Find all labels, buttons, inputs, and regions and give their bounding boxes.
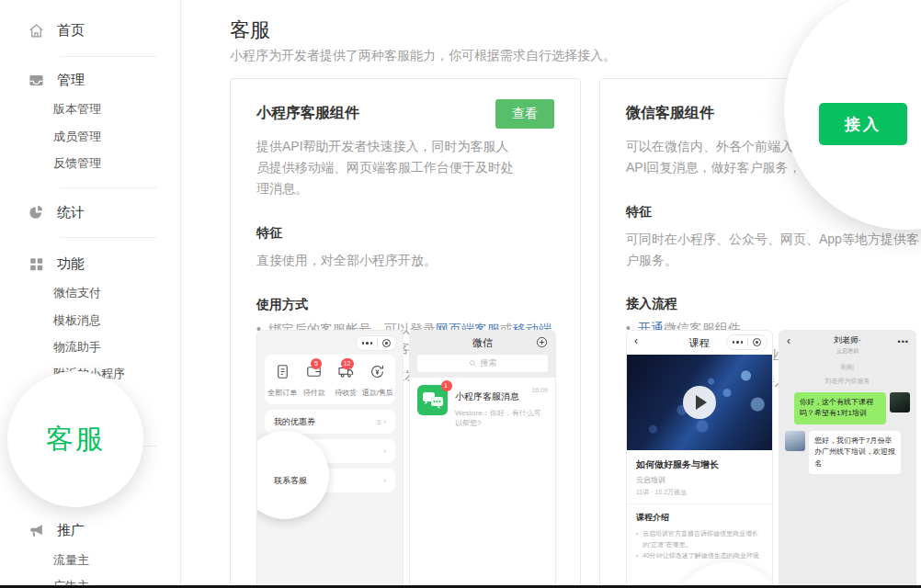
video-thumbnail [627,355,772,450]
message-bubble: 您好，我们将于7月份举办广州线下培训，欢迎报名 [809,431,901,474]
home-icon [28,22,45,40]
divider [60,56,157,57]
play-button-icon [683,386,716,419]
grid-label: 待付款 [299,388,331,398]
chat-time: 16:09 [531,387,548,393]
message-incoming: 您好，我们将于7月份举办广州线下培训，欢迎报名 [779,424,915,474]
course-intro: 课程介绍 云启培训官方直播告诉你微信里商业增长的“正道”在哪里。 40分钟让你迅… [627,504,772,569]
course-meta: 11讲 · 10.2万播放 [636,488,763,497]
row-value: 3 [377,418,381,426]
sidebar-item-wechat-pay[interactable]: 微信支付 [53,285,101,301]
course-title: 如何做好服务与增长 [636,458,763,471]
sidebar-item-label: 首页 [57,22,85,40]
capsule-menu [356,335,398,351]
intro-bullet: 云启培训官方直播告诉你微信里商业增长的“正道”在哪里。 [636,528,763,550]
wechat-header-zone: 微信 搜索 [410,331,555,378]
service-avatar: 1 [417,385,448,415]
wechat-title: 微信 [472,336,493,350]
unread-badge: 1 [441,380,452,391]
row-label: 联系客服 [274,475,307,487]
grid-icon [28,255,45,273]
sidebar-item-features[interactable]: 功能 [28,255,85,273]
sidebar-item-label: 功能 [57,255,85,273]
chat-contact-name: 刘老师· [779,334,915,346]
teacher-avatar [785,431,805,451]
app-window: 首页 管理 版本管理 成员管理 反馈管理 统计 功能 微信支付 模板消息 [0,0,921,588]
phone-mock-course: ‹ 课程 如何做好服务与增长 云启培训 11讲 · 10.2万播放 [626,330,773,588]
screenshot-row: 全部订单 5 待付款 12 待收货 退款/售后 [256,330,556,588]
sidebar-item-label: 推广 [57,522,85,539]
inbox-icon [28,72,45,89]
sidebar-item-promo[interactable]: 推广 [28,522,85,539]
sidebar-item-logistics[interactable]: 物流助手 [53,339,101,356]
grid-item-to-pay: 5 待付款 [299,363,331,398]
sidebar-item-stats[interactable]: 统计 [28,204,85,221]
more-icon [733,341,744,344]
capsule-menu [726,334,768,350]
chat-header: ‹ 刘老师· 云启培训 ••• [779,331,915,358]
sidebar-item-traffic[interactable]: 流量主 [53,552,89,569]
back-icon: ‹ [634,334,638,347]
chevron-right-icon: › [383,447,386,456]
order-shortcut-grid: 全部订单 5 待付款 12 待收货 退款/售后 [265,355,395,404]
usage-heading: 使用方式 [256,297,554,313]
megaphone-icon [28,522,45,539]
screenshot-row: ‹ 课程 如何做好服务与增长 云启培训 11讲 · 10.2万播放 [626,330,916,588]
course-provider: 云启培训 [636,475,763,485]
grid-item-all-orders: 全部订单 [267,363,299,398]
sidebar-item-member-manage[interactable]: 成员管理 [53,129,101,145]
sidebar-item-version-manage[interactable]: 版本管理 [53,101,101,118]
sidebar-item-customer-service[interactable]: 客服 [46,421,105,458]
more-icon: ••• [898,337,909,346]
sidebar-item-label: 管理 [57,72,85,89]
search-icon [469,359,477,368]
sidebar-item-template-message[interactable]: 模板消息 [53,312,101,329]
feature-heading: 特征 [256,225,554,242]
badge: 5 [311,358,322,369]
tour-spotlight-customer-service[interactable]: 客服 [7,371,143,507]
close-target-icon [382,339,391,347]
refund-icon [369,363,386,380]
chevron-right-icon: › [383,476,386,485]
orders-icon [274,363,291,380]
feature-text: 直接使用，对全部小程序开放。 [256,250,554,270]
phone-status-area [257,331,403,353]
divider [747,338,748,346]
card-title: 小程序客服组件 [256,99,359,123]
grid-label: 待收货 [330,388,362,398]
intro-bullet: 40分钟让你迅速了解微信生态的商业环境 [636,550,763,561]
sidebar-item-home[interactable]: 首页 [28,22,85,40]
user-avatar [890,392,910,413]
sidebar-item-label: 统计 [57,204,85,221]
grid-item-to-receive: 12 待收货 [330,363,362,398]
wechat-header: 微信 [410,331,555,355]
plus-icon [536,336,548,348]
flow-heading: 接入流程 [626,296,921,312]
chat-system-message: 刘老师为你服务 [779,377,915,386]
divider [60,237,157,238]
grid-label: 退款/售后 [362,388,394,398]
phone-mock-order-app: 全部订单 5 待付款 12 待收货 退款/售后 [256,330,404,588]
phone-mock-customer-chat: ‹ 刘老师· 云启培训 ••• 刚刚 刘老师为你服务 你好，这个有线下课程吗？希… [779,330,916,588]
divider [377,339,378,347]
view-button[interactable]: 查看 [495,99,554,129]
sidebar-item-feedback-manage[interactable]: 反馈管理 [53,155,101,172]
back-icon: ‹ [787,334,790,347]
chat-list-item: 1 小程序客服消息 Westore：你好，有什么可以帮您? 16:09 [410,378,555,435]
search-bar: 搜索 [417,355,548,372]
sidebar-item-manage[interactable]: 管理 [28,72,85,89]
course-info: 如何做好服务与增长 云启培训 11讲 · 10.2万播放 [627,450,772,504]
more-icon [362,342,373,345]
pie-chart-icon [28,204,45,221]
chevron-right-icon: › [383,417,386,426]
row-label: 我的优惠券 [274,416,315,428]
close-target-icon [753,338,761,346]
chat-preview: Westore：你好，有什么可以帮您? [455,408,548,428]
phone-mock-wechat-list: 微信 搜索 1 小程序客服 [409,330,556,588]
chat-title: 小程序客服消息 [455,391,519,401]
course-page-title: 课程 [689,336,710,350]
connect-button[interactable]: 接入 [819,103,907,145]
card-header: 小程序客服组件 查看 [256,99,554,129]
page-title: 客服 [230,17,270,44]
grid-label: 全部订单 [267,388,299,398]
